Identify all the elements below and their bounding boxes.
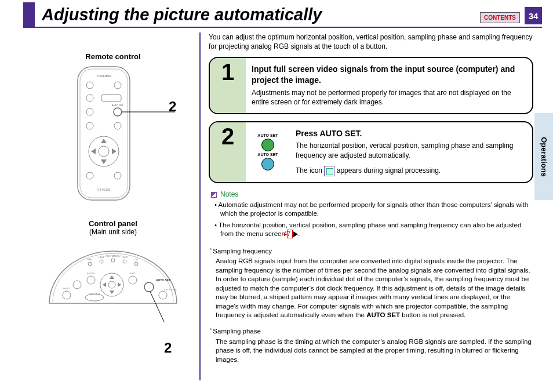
svg-point-10 (114, 122, 121, 129)
step-1-number-cell: 1 (210, 58, 246, 112)
svg-rect-5 (101, 95, 121, 101)
remote-control-label: Remote control (78, 52, 148, 61)
svg-text:KEYSTONE: KEYSTONE (164, 288, 177, 291)
step-2-body2: The icon appears during signal processin… (296, 166, 524, 176)
callout-panel-step2: 2 (164, 340, 172, 356)
title-bar: Adjusting the picture automatically CONT… (23, 3, 542, 28)
page-ref-47[interactable]: 47 (287, 230, 293, 238)
svg-text:ENTER: ENTER (87, 272, 95, 275)
autoset-blue-icon (261, 158, 274, 170)
step-2-box: 2 AUTO SET AUTO SET Press AUTO SET. The … (209, 121, 533, 183)
glossary-body-1b: button is not pressed. (402, 311, 465, 318)
callout-remote-step2: 2 (169, 99, 176, 115)
svg-point-18 (114, 172, 121, 179)
step-2-body1: The horizontal position, vertical positi… (296, 141, 524, 159)
svg-point-48 (159, 291, 167, 299)
vertical-divider (199, 32, 201, 380)
step-2-button-icons: AUTO SET AUTO SET (246, 122, 290, 182)
glossary-term-2: Sampling phase (216, 327, 533, 336)
svg-point-4 (86, 95, 93, 101)
step-2-body2a: The icon (296, 166, 324, 175)
step-1-box: 1 Input full screen video signals from t… (209, 57, 533, 114)
svg-point-23 (111, 259, 115, 262)
autoset-label-bottom: AUTO SET (257, 153, 278, 157)
step-1-number: 1 (221, 60, 234, 84)
title-accent (23, 2, 35, 27)
svg-point-37 (73, 281, 81, 289)
notes-list: Automatic adjustment may not be performe… (209, 201, 533, 239)
remote-brand-label: TOSHIBA (96, 74, 111, 78)
glossary-sampling-frequency: Sampling frequency Analog RGB signals in… (209, 247, 533, 364)
svg-point-36 (108, 281, 115, 288)
svg-text:INPUT: INPUT (63, 287, 71, 290)
left-column: Remote control TOSHIBA AUTO SET (32, 52, 194, 328)
page-ref-arrow-icon (293, 231, 298, 237)
svg-text:CT-90135: CT-90135 (97, 188, 110, 191)
page-number: 34 (525, 7, 542, 24)
svg-point-9 (86, 122, 93, 129)
glossary-body-1a: Analog RGB signals input from the comput… (216, 257, 530, 318)
svg-text:AUTO SET: AUTO SET (156, 278, 170, 282)
svg-point-46 (144, 282, 154, 292)
step-1-title: Input full screen video signals from the… (252, 64, 524, 86)
glossary-body-1: Analog RGB signals input from the comput… (216, 257, 533, 320)
control-panel-sublabel: (Main unit side) (32, 228, 194, 236)
svg-point-3 (114, 82, 121, 89)
svg-text:ON: ON (134, 258, 138, 261)
control-panel-label: Control panel (32, 219, 194, 228)
glossary-body-2a: The sampling phase is the timing at whic… (216, 338, 532, 363)
svg-point-17 (86, 172, 93, 179)
svg-text:TEMP: TEMP (121, 256, 128, 259)
svg-text:EXIT: EXIT (130, 272, 136, 275)
intro-text: You can adjust the optimum horizontal po… (209, 32, 533, 51)
control-panel-illustration: FAN LAMP ON/STANDBY TEMP ON INPUT ENTER … (32, 239, 194, 328)
step-2-body2b: appears during signal processing. (337, 166, 441, 175)
step-1-body: Adjustments may not be performed properl… (252, 88, 524, 107)
svg-text:ON/STANDBY: ON/STANDBY (105, 255, 121, 257)
processing-icon (324, 166, 334, 176)
autoset-label-top: AUTO SET (257, 133, 278, 137)
note-item-1: Automatic adjustment may not be performe… (214, 201, 533, 219)
step-2-content: Press AUTO SET. The horizontal position,… (290, 122, 532, 182)
notes-header: Notes (211, 190, 533, 198)
glossary-term-1: Sampling frequency (216, 247, 533, 256)
svg-point-38 (87, 276, 95, 284)
svg-rect-0 (78, 67, 130, 200)
step-1-content: Input full screen video signals from the… (246, 58, 532, 112)
contents-button[interactable]: CONTENTS (480, 12, 520, 23)
autoset-green-icon (261, 139, 274, 151)
step-2-title: Press AUTO SET. (296, 128, 524, 139)
remote-control-illustration: TOSHIBA AUTO SET CT-90135 (32, 64, 194, 205)
svg-point-8 (86, 108, 93, 115)
svg-point-6 (114, 108, 122, 116)
svg-point-22 (100, 260, 103, 263)
svg-point-24 (123, 260, 126, 263)
svg-text:LAMP: LAMP (99, 256, 105, 259)
note-item-2-text: The horizontal position, vertical positi… (219, 222, 521, 238)
svg-point-25 (134, 262, 138, 266)
step-2-number-cell: 2 (210, 122, 246, 182)
svg-point-40 (63, 291, 71, 299)
svg-text:FAN: FAN (88, 258, 92, 261)
note-item-2: The horizontal position, vertical positi… (214, 221, 533, 239)
svg-text:AUTO SET: AUTO SET (112, 104, 123, 107)
svg-point-2 (86, 82, 93, 89)
page-title: Adjusting the picture automatically (42, 5, 480, 24)
right-column: You can adjust the optimum horizontal po… (209, 32, 533, 371)
svg-text:VOL / ADJ: VOL / ADJ (89, 292, 100, 295)
section-tab-operations[interactable]: Operations (534, 113, 553, 200)
svg-point-16 (99, 146, 109, 157)
glossary-body-1-bold: AUTO SET (366, 311, 400, 318)
svg-point-39 (129, 276, 137, 284)
step-2-number: 2 (221, 125, 234, 148)
svg-point-21 (88, 262, 92, 266)
glossary-body-2: The sampling phase is the timing at whic… (216, 337, 533, 365)
section-tab-label: Operations (540, 137, 548, 177)
